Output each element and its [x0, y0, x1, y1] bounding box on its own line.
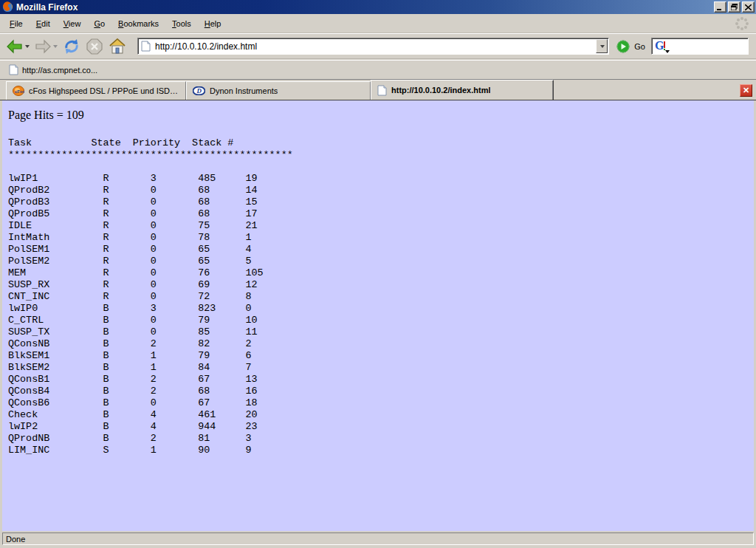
menu-tools[interactable]: Tools	[165, 16, 198, 31]
svg-text:cFos: cFos	[15, 89, 24, 94]
menu-view[interactable]: View	[57, 16, 88, 31]
table-separator: ****************************************…	[8, 149, 754, 161]
table-row: QProdB2 R 0 68 14	[8, 185, 754, 196]
go-button[interactable]: Go	[616, 40, 645, 53]
go-button-label[interactable]: Go	[634, 42, 645, 51]
menu-bookmarks[interactable]: Bookmarks	[111, 16, 165, 31]
table-row: QProdNB B 2 81 3	[8, 433, 754, 445]
firefox-logo-icon	[2, 1, 13, 13]
table-row: IDLE R 0 75 21	[8, 220, 754, 232]
tab-bar: cFos cFos Highspeed DSL / PPPoE und ISDN…	[0, 80, 756, 100]
table-row: MEM R 0 76 105	[8, 267, 754, 279]
table-row: BlkSEM1 B 1 79 6	[8, 350, 754, 362]
tab-cfos[interactable]: cFos cFos Highspeed DSL / PPPoE und ISDN…	[6, 81, 186, 100]
dynon-favicon: D	[193, 86, 205, 95]
table-row: IntMath R 0 78 1	[8, 232, 754, 244]
forward-button[interactable]	[32, 38, 59, 55]
table-row: lwIP2 B 4 944 23	[8, 421, 754, 433]
menu-bar: File Edit View Go Bookmarks Tools Help	[0, 14, 756, 33]
menu-go[interactable]: Go	[87, 16, 111, 31]
table-row: lwIP0 B 3 823 0	[8, 303, 754, 315]
tab-label[interactable]: http://10.0.10.2/index.html	[391, 86, 490, 95]
page-icon	[9, 64, 18, 75]
google-logo-icon[interactable]: G	[654, 41, 667, 52]
back-dropdown-icon[interactable]	[25, 45, 30, 48]
back-button[interactable]	[4, 38, 31, 55]
navigation-toolbar: http://10.0.10.2/index.html Go G	[0, 33, 756, 59]
url-dropdown-icon	[600, 45, 605, 48]
status-panel: Done	[2, 532, 754, 545]
url-text[interactable]: http://10.0.10.2/index.html	[155, 41, 596, 52]
table-row: QProdB5 R 0 68 17	[8, 208, 754, 220]
throbber-icon	[734, 16, 750, 32]
status-text: Done	[6, 535, 25, 544]
browser-window: Mozilla Firefox File Edit View Go Bookma…	[0, 0, 756, 548]
table-row: PolSEM1 R 0 65 4	[8, 244, 754, 256]
table-header: Task State Priority Stack #	[8, 137, 754, 149]
table-row: QConsB1 B 2 67 13	[8, 374, 754, 386]
table-row: C_CTRL B 0 79 10	[8, 315, 754, 326]
minimize-button[interactable]	[714, 1, 726, 13]
home-button[interactable]	[106, 36, 128, 57]
url-dropdown-button[interactable]	[596, 39, 608, 53]
tab-index-html-active[interactable]: http://10.0.10.2/index.html	[371, 80, 554, 100]
svg-text:D: D	[196, 87, 202, 95]
forward-dropdown-icon[interactable]	[53, 45, 58, 48]
table-row: QProdB3 R 0 68 15	[8, 196, 754, 208]
cfos-favicon: cFos	[13, 86, 24, 96]
bookmark-item[interactable]: http://as.cmpnet.co...	[6, 63, 100, 77]
table-row: Check B 4 461 20	[8, 409, 754, 421]
close-button[interactable]	[742, 1, 755, 13]
search-input[interactable]: G	[651, 38, 749, 55]
bookmark-label[interactable]: http://as.cmpnet.co...	[22, 66, 97, 75]
tab-close-button[interactable]: ✕	[740, 84, 752, 97]
menu-help[interactable]: Help	[198, 16, 228, 31]
menu-edit[interactable]: Edit	[30, 16, 57, 31]
table-row: CNT_INC R 0 72 8	[8, 291, 754, 303]
menu-file[interactable]: File	[3, 16, 30, 31]
table-row: QConsB4 B 2 68 16	[8, 386, 754, 397]
status-bar: Done	[0, 531, 756, 548]
search-engine-dropdown-icon	[665, 50, 670, 53]
titlebar: Mozilla Firefox	[0, 0, 756, 14]
restore-button[interactable]	[728, 1, 740, 13]
table-row: BlkSEM2 B 1 84 7	[8, 362, 754, 374]
table-row: PolSEM2 R 0 65 5	[8, 256, 754, 267]
page-icon	[141, 41, 151, 52]
reload-button[interactable]	[61, 36, 83, 57]
window-title: Mozilla Firefox	[16, 2, 712, 13]
table-row: QConsB6 B 0 67 18	[8, 397, 754, 409]
table-row: LIM_INC S 1 90 9	[8, 445, 754, 456]
tab-label[interactable]: Dynon Instruments	[210, 86, 278, 95]
table-row: lwIP1 R 3 485 19	[8, 173, 754, 185]
page-content: Page Hits = 109 Task State Priority Stac…	[2, 100, 754, 531]
bookmarks-toolbar: http://as.cmpnet.co...	[0, 60, 756, 80]
tab-dynon[interactable]: D Dynon Instruments	[186, 81, 371, 100]
tab-label[interactable]: cFos Highspeed DSL / PPPoE und ISDN CAP.…	[29, 86, 179, 95]
blank-line	[8, 161, 754, 173]
page-icon	[377, 85, 387, 96]
table-row: SUSP_TX B 0 85 11	[8, 326, 754, 338]
table-row: SUSP_RX R 0 69 12	[8, 279, 754, 291]
task-rows: lwIP1 R 3 485 19QProdB2 R 0 68 14QProdB3…	[8, 173, 754, 456]
page-hits-text: Page Hits = 109	[8, 109, 754, 122]
stop-button[interactable]	[84, 36, 105, 57]
table-row: QConsNB B 2 82 2	[8, 338, 754, 350]
url-bar[interactable]: http://10.0.10.2/index.html	[137, 38, 609, 55]
